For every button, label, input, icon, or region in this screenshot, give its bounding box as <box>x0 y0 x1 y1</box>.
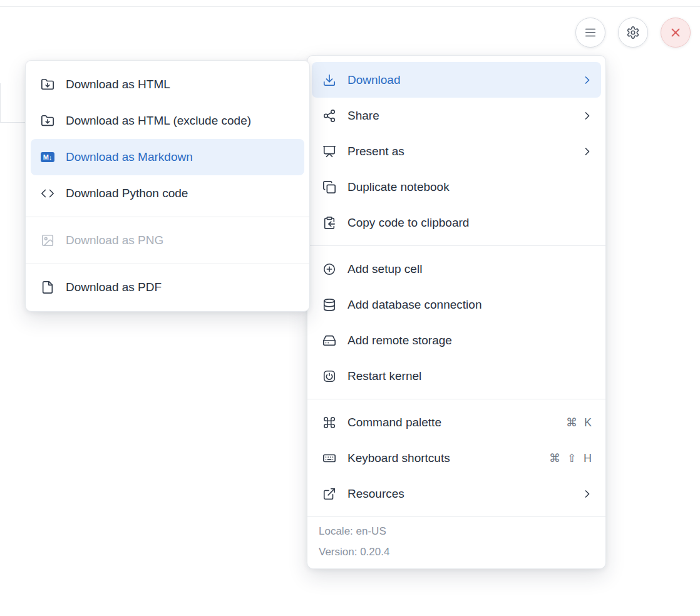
menu-item-label: Command palette <box>347 416 555 429</box>
menu-item-label: Download as PDF <box>66 280 297 294</box>
submenu-item-download-markdown[interactable]: M↓ Download as Markdown <box>31 139 304 175</box>
download-submenu: Download as HTML Download as HTML (exclu… <box>25 60 310 312</box>
database-icon <box>322 298 336 312</box>
menu-item-command-palette[interactable]: Command palette ⌘ K <box>312 404 601 440</box>
close-icon <box>669 26 682 39</box>
menu-separator <box>26 217 309 217</box>
markdown-icon: M↓ <box>41 150 54 164</box>
menu-item-label: Download as HTML <box>66 78 297 91</box>
menu-item-label: Add remote storage <box>347 334 594 347</box>
menu-item-label: Duplicate notebook <box>347 180 594 194</box>
menu-item-label: Restart kernel <box>347 369 594 383</box>
locale-text: Locale: en-US <box>319 525 594 538</box>
menu-button[interactable] <box>575 18 605 48</box>
code-icon <box>41 187 54 200</box>
menu-item-download[interactable]: Download <box>312 62 601 98</box>
folder-down-icon <box>41 114 54 128</box>
image-icon <box>41 234 54 247</box>
menu-item-label: Copy code to clipboard <box>347 216 594 230</box>
page-top-border <box>0 6 700 7</box>
menu-item-add-database-connection[interactable]: Add database connection <box>312 287 601 322</box>
menu-footer: Locale: en-US Version: 0.20.4 <box>307 516 605 568</box>
settings-button[interactable] <box>618 18 648 48</box>
menu-item-label: Share <box>347 109 570 123</box>
menu-item-label: Resources <box>347 487 570 501</box>
submenu-item-download-html-exclude-code[interactable]: Download as HTML (exclude code) <box>31 103 304 139</box>
gear-icon <box>626 26 640 39</box>
chevron-right-icon <box>581 110 594 122</box>
menu-item-label: Download as PNG <box>66 234 297 247</box>
keyboard-shortcut: ⌘ K <box>566 416 594 429</box>
menu-item-resources[interactable]: Resources <box>312 476 601 511</box>
menu-item-add-remote-storage[interactable]: Add remote storage <box>312 322 601 358</box>
menu-item-label: Download as Markdown <box>66 150 297 164</box>
notebook-menu: Download Share Present <box>307 55 606 569</box>
notebook-toolbar <box>575 18 691 48</box>
menu-separator <box>307 245 605 246</box>
chevron-right-icon <box>581 145 594 158</box>
menu-item-label: Present as <box>347 145 570 158</box>
keyboard-icon <box>322 451 336 465</box>
page: Download Share Present <box>0 0 700 616</box>
menu-item-duplicate-notebook[interactable]: Duplicate notebook <box>312 169 601 205</box>
menu-item-label: Download as HTML (exclude code) <box>66 114 297 128</box>
submenu-item-download-python-code[interactable]: Download Python code <box>31 175 304 212</box>
version-text: Version: 0.20.4 <box>319 546 594 558</box>
external-link-icon <box>322 487 336 501</box>
power-icon <box>322 369 336 383</box>
duplicate-icon <box>322 180 336 194</box>
menu-item-copy-code[interactable]: Copy code to clipboard <box>312 205 601 240</box>
menu-item-add-setup-cell[interactable]: Add setup cell <box>312 251 601 287</box>
menu-item-label: Add setup cell <box>347 262 594 276</box>
chevron-right-icon <box>581 488 594 500</box>
plus-circle-icon <box>322 262 336 276</box>
submenu-item-download-pdf[interactable]: Download as PDF <box>31 269 304 305</box>
background-cell-border <box>0 83 25 123</box>
menu-item-label: Download Python code <box>66 187 297 200</box>
submenu-item-download-html[interactable]: Download as HTML <box>31 66 304 103</box>
menu-item-label: Keyboard shortcuts <box>347 451 538 465</box>
hamburger-icon <box>584 26 597 39</box>
clipboard-copy-icon <box>322 216 336 230</box>
submenu-item-download-png: Download as PNG <box>31 222 304 259</box>
menu-item-label: Download <box>347 73 570 87</box>
menu-item-keyboard-shortcuts[interactable]: Keyboard shortcuts ⌘ ⇧ H <box>312 440 601 476</box>
close-button[interactable] <box>661 18 691 48</box>
menu-item-present-as[interactable]: Present as <box>312 133 601 169</box>
menu-item-restart-kernel[interactable]: Restart kernel <box>312 358 601 394</box>
menu-item-share[interactable]: Share <box>312 98 601 133</box>
menu-item-label: Add database connection <box>347 298 594 312</box>
presentation-icon <box>322 145 336 158</box>
download-icon <box>322 73 336 87</box>
menu-separator <box>26 264 309 264</box>
chevron-right-icon <box>581 74 594 86</box>
keyboard-shortcut: ⌘ ⇧ H <box>549 451 594 465</box>
command-icon <box>322 416 336 429</box>
menu-separator <box>307 399 605 399</box>
hard-drive-icon <box>322 334 336 347</box>
folder-down-icon <box>41 78 54 91</box>
file-icon <box>41 280 54 294</box>
share-icon <box>322 109 336 123</box>
